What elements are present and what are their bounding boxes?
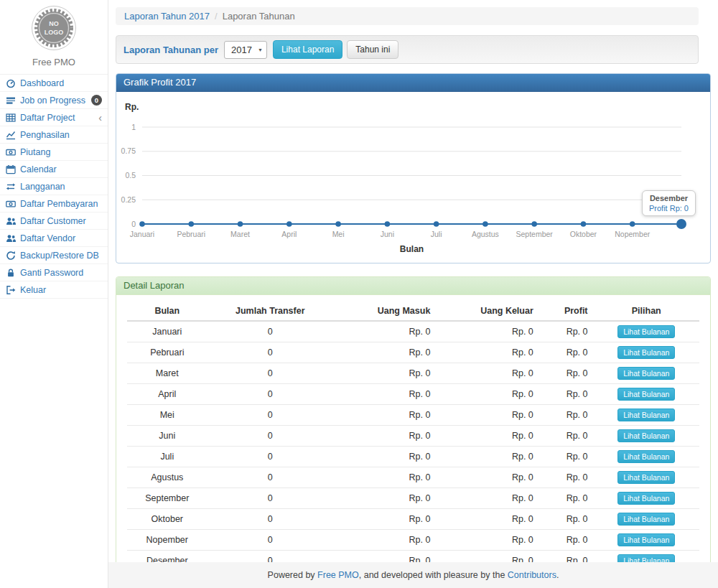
sidebar-item-keluar[interactable]: Keluar <box>0 281 108 299</box>
lihat-bulanan-button[interactable]: Lihat Bulanan <box>617 429 675 442</box>
sidebar-item-penghasilan[interactable]: Penghasilan <box>0 126 108 144</box>
sidebar-item-ganti-password[interactable]: Ganti Password <box>0 264 108 281</box>
sidebar-item-daftar-pembayaran[interactable]: Daftar Pembayaran <box>0 195 108 213</box>
data-point-hovered[interactable] <box>676 219 686 229</box>
table-cell: Rp. 0 <box>436 488 538 509</box>
table-cell: Oktober <box>127 509 208 530</box>
this-year-button[interactable]: Tahun ini <box>347 40 398 59</box>
lihat-bulanan-button[interactable]: Lihat Bulanan <box>617 492 675 505</box>
chart-tooltip: Desember Profit Rp: 0 <box>642 190 696 216</box>
table-row: April0Rp. 0Rp. 0Rp. 0Lihat Bulanan <box>127 384 699 405</box>
data-point[interactable] <box>434 221 439 227</box>
lihat-bulanan-button[interactable]: Lihat Bulanan <box>617 388 675 401</box>
y-tick-label: 1 <box>131 123 136 131</box>
brand-name: Free PMO <box>0 57 108 67</box>
money-icon <box>6 147 16 157</box>
table-cell-action: Lihat Bulanan <box>594 426 699 447</box>
lihat-bulanan-button[interactable]: Lihat Bulanan <box>617 513 675 526</box>
table-cell-action: Lihat Bulanan <box>594 363 699 384</box>
sidebar-item-job-on-progress[interactable]: Job on Progress0 <box>0 92 108 109</box>
breadcrumb-current: Laporan Tahunan <box>223 11 295 22</box>
x-tick-label: Januari <box>130 230 154 238</box>
lihat-bulanan-button[interactable]: Lihat Bulanan <box>617 409 675 421</box>
table-cell-action: Lihat Bulanan <box>594 488 699 509</box>
table-cell-action: Lihat Bulanan <box>594 447 699 467</box>
column-header-uang-masuk: Uang Masuk <box>333 302 436 321</box>
table-cell: Pebruari <box>127 342 208 363</box>
table-cell: Januari <box>127 321 208 342</box>
table-cell-action: Lihat Bulanan <box>594 509 699 530</box>
filter-label: Laporan Tahunan per <box>123 45 218 55</box>
data-point[interactable] <box>188 221 194 227</box>
sidebar-item-dashboard[interactable]: Dashboard <box>0 75 108 92</box>
table-row: Oktober0Rp. 0Rp. 0Rp. 0Lihat Bulanan <box>127 509 699 530</box>
lihat-bulanan-button[interactable]: Lihat Bulanan <box>617 325 675 338</box>
footer-link-freepmo[interactable]: Free PMO <box>317 570 359 580</box>
year-select[interactable]: 2017 <box>224 41 267 59</box>
sidebar-item-piutang[interactable]: Piutang <box>0 144 108 161</box>
chevron-left-icon: ‹ <box>98 113 102 123</box>
table-cell-action: Lihat Bulanan <box>594 342 699 363</box>
sidebar-item-daftar-project[interactable]: Daftar Project‹ <box>0 109 108 126</box>
column-header-profit: Profit <box>539 302 594 321</box>
footer-link-contributors[interactable]: Contributors <box>508 570 556 580</box>
data-point[interactable] <box>385 221 391 227</box>
table-row: Pebruari0Rp. 0Rp. 0Rp. 0Lihat Bulanan <box>127 342 699 363</box>
sidebar-item-daftar-customer[interactable]: Daftar Customer <box>0 213 108 230</box>
x-axis-title: Bulan <box>400 244 424 254</box>
x-tick-label: Juni <box>381 230 394 238</box>
column-header-bulan: Bulan <box>127 302 208 321</box>
lihat-bulanan-button[interactable]: Lihat Bulanan <box>617 471 675 484</box>
table-cell: Rp. 0 <box>539 363 594 384</box>
table-cell: 0 <box>208 384 333 405</box>
data-point[interactable] <box>286 221 292 227</box>
table-cell: Rp. 0 <box>539 426 594 447</box>
data-point[interactable] <box>630 221 635 227</box>
lihat-bulanan-button[interactable]: Lihat Bulanan <box>617 367 675 380</box>
table-cell: Rp. 0 <box>436 447 538 467</box>
lihat-bulanan-button[interactable]: Lihat Bulanan <box>617 450 675 463</box>
table-cell: Rp. 0 <box>539 321 594 342</box>
sidebar-item-label: Daftar Customer <box>20 216 86 226</box>
table-cell: Mei <box>127 405 208 426</box>
lihat-bulanan-button[interactable]: Lihat Bulanan <box>617 533 675 546</box>
data-point[interactable] <box>581 221 587 227</box>
table-cell: Rp. 0 <box>436 426 538 447</box>
table-cell: Rp. 0 <box>539 384 594 405</box>
sign-out-icon <box>6 285 16 295</box>
table-cell: September <box>127 488 208 509</box>
profit-line-chart[interactable]: Rp.10.750.50.250JanuariPebruariMaretApri… <box>116 92 710 263</box>
users-icon <box>6 216 16 226</box>
x-tick-label: Juli <box>431 230 442 238</box>
x-tick-label: Oktober <box>570 230 597 238</box>
column-header-uang-keluar: Uang Keluar <box>436 302 538 321</box>
sidebar-item-calendar[interactable]: Calendar <box>0 161 108 178</box>
table-cell: Rp. 0 <box>436 342 538 363</box>
chart-canvas[interactable]: Rp.10.750.50.250JanuariPebruariMaretApri… <box>116 92 710 263</box>
data-point[interactable] <box>482 221 488 227</box>
data-point[interactable] <box>238 221 243 227</box>
sidebar-item-backup-restore-db[interactable]: Backup/Restore DB <box>0 247 108 264</box>
table-cell: Rp. 0 <box>333 363 436 384</box>
lihat-bulanan-button[interactable]: Lihat Bulanan <box>617 346 675 359</box>
sidebar-item-label: Daftar Vendor <box>20 233 75 243</box>
footer-text-middle: , and developed with pleasure by the <box>359 570 508 580</box>
detail-table-wrap: BulanJumlah TransferUang MasukUang Kelua… <box>116 295 710 588</box>
calendar-icon <box>6 164 16 174</box>
view-report-button[interactable]: Lihat Laporan <box>273 40 342 59</box>
table-cell-action: Lihat Bulanan <box>594 467 699 488</box>
sidebar-item-label: Backup/Restore DB <box>20 251 99 261</box>
table-cell: Juli <box>127 447 208 467</box>
data-point[interactable] <box>139 221 145 227</box>
table-row: Mei0Rp. 0Rp. 0Rp. 0Lihat Bulanan <box>127 405 699 426</box>
sidebar-item-daftar-vendor[interactable]: Daftar Vendor <box>0 230 108 247</box>
repeat-icon <box>6 182 16 192</box>
data-point[interactable] <box>531 221 537 227</box>
table-row: Juni0Rp. 0Rp. 0Rp. 0Lihat Bulanan <box>127 426 699 447</box>
table-cell: Rp. 0 <box>436 509 538 530</box>
y-tick-label: 0.75 <box>121 146 136 155</box>
breadcrumb-link[interactable]: Laporan Tahun 2017 <box>124 11 210 22</box>
sidebar-item-langganan[interactable]: Langganan <box>0 178 108 195</box>
data-point[interactable] <box>335 221 341 227</box>
table-cell: 0 <box>208 342 333 363</box>
